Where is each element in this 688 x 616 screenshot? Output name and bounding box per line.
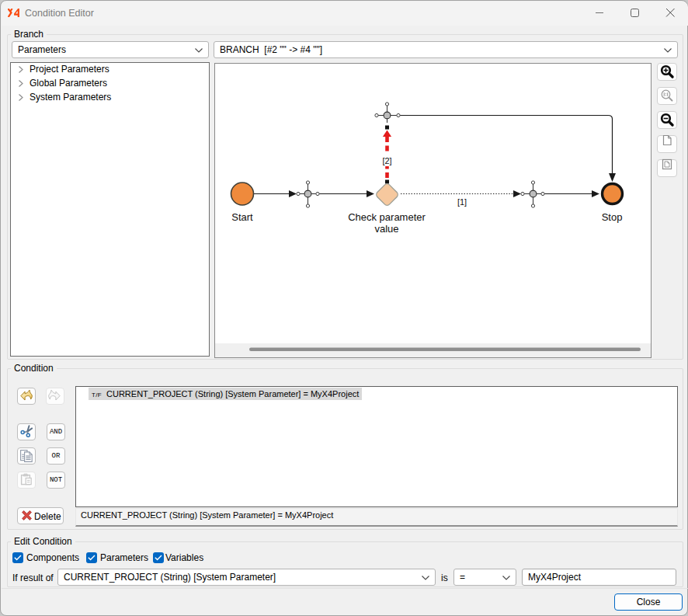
svg-text:Check parameter: Check parameter — [348, 211, 426, 223]
svg-text:Stop: Stop — [602, 211, 623, 223]
svg-text:[1]: [1] — [457, 197, 467, 207]
svg-text:Start: Start — [231, 211, 253, 223]
svg-text:value: value — [374, 223, 398, 235]
svg-text:[2]: [2] — [382, 156, 391, 165]
